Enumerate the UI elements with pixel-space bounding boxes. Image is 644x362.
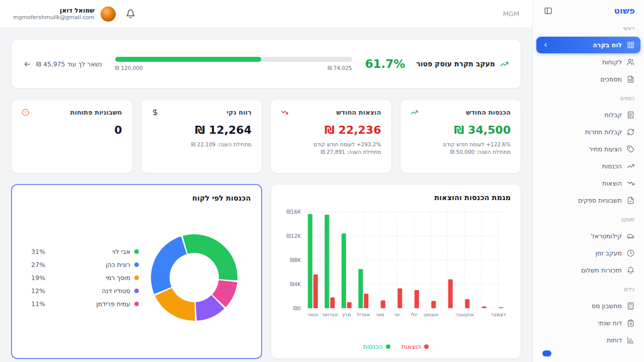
bar-chart-svg: ₪0₪4K₪8K₪12K₪16Kינוארפברוארמרץאפרילמאייו… bbox=[281, 207, 511, 320]
sidebar-item-label: דוח שנתי bbox=[598, 319, 622, 327]
legend-percent: 27% bbox=[31, 261, 45, 268]
clients-icon bbox=[627, 58, 634, 66]
ceiling-percent: 61.7% bbox=[365, 57, 406, 70]
svg-text:פברואר: פברואר bbox=[321, 312, 338, 317]
stat-ytd: מתחילת השנה: 50,000 ₪ bbox=[411, 148, 511, 156]
chart-title: מגמת הכנסות והוצאות bbox=[281, 194, 511, 202]
trending-up-icon bbox=[411, 109, 418, 116]
ceiling-title-group: מעקב תקרת עוסק פטור 61.7% bbox=[365, 57, 509, 70]
sidebar-item-dashboard[interactable]: לוח בקרה bbox=[536, 37, 640, 53]
legend-series-name: הכנסות bbox=[363, 343, 383, 350]
remaining-link[interactable]: נשאר לך עוד 45,975 ₪ bbox=[24, 60, 102, 68]
progress-fill bbox=[115, 57, 262, 62]
ceiling-progress: 74,025 ₪ 120,000 ₪ bbox=[115, 57, 352, 71]
sidebar-item-label: קבלות bbox=[604, 111, 622, 119]
user-email: mgmofershmulik@gmail.com bbox=[13, 14, 95, 21]
sidebar-item-label: לוח בקרה bbox=[593, 41, 622, 49]
progress-bar bbox=[115, 57, 352, 62]
sidebar-nav: ראשילוח בקרהלקוחותמסמכיםכספיםקבלותקבלות … bbox=[533, 18, 644, 344]
time-icon bbox=[627, 249, 634, 257]
legend-percent: 19% bbox=[31, 274, 45, 282]
dollar-icon bbox=[151, 109, 159, 116]
reminders-icon bbox=[627, 266, 634, 274]
legend-client-name: מוסך רמי bbox=[106, 274, 130, 282]
stat-card-open-invoices: חשבוניות פתוחות 0 bbox=[11, 99, 133, 173]
user-name: שמואל דואן bbox=[13, 7, 95, 14]
sidebar-toggle-icon[interactable] bbox=[544, 7, 552, 15]
sidebar-item-documents[interactable]: מסמכים bbox=[536, 71, 640, 87]
sidebar-header: פשוט bbox=[533, 0, 644, 18]
user-profile[interactable]: שמואל דואן mgmofershmulik@gmail.com bbox=[13, 7, 116, 22]
stat-title: רווח נקי bbox=[227, 109, 252, 116]
receipt-icon bbox=[627, 111, 634, 119]
svg-text:₪0: ₪0 bbox=[293, 305, 301, 311]
bar-chart-legend: הכנסותהוצאות bbox=[281, 339, 511, 353]
sidebar-item-annual-report[interactable]: דוח שנתי bbox=[536, 315, 640, 331]
stat-title: הוצאות החודש bbox=[336, 109, 381, 116]
app-logo[interactable]: פשוט bbox=[614, 6, 635, 16]
ceiling-tracker-card: מעקב תקרת עוסק פטור 61.7% 74,025 ₪ 120,0… bbox=[11, 39, 521, 88]
sidebar-item-quote[interactable]: הצעות מחיר bbox=[536, 141, 640, 157]
legend-color-dot bbox=[386, 344, 390, 349]
trending-down-icon bbox=[281, 109, 288, 116]
reports-icon bbox=[627, 336, 634, 344]
sidebar-item-income[interactable]: הכנסות bbox=[536, 158, 640, 174]
sidebar-item-expenses[interactable]: הוצאות bbox=[536, 175, 640, 192]
svg-text:מרץ: מרץ bbox=[342, 312, 351, 317]
chart-title: הכנסות לפי לקוח bbox=[22, 194, 251, 202]
income-by-client-card: הכנסות לפי לקוח אבי לוי31%רונית כהן27%מו… bbox=[11, 184, 262, 359]
stat-value: 34,500 ₪ bbox=[411, 124, 511, 136]
nav-section-label: מעקב bbox=[533, 209, 644, 227]
sidebar-item-reports[interactable]: דוחות bbox=[536, 332, 640, 344]
nav-section-label: כלים bbox=[533, 279, 644, 297]
legend-color-dot bbox=[134, 249, 139, 254]
legend-client-name: אבי לוי bbox=[112, 248, 130, 255]
workspace-label: MGM bbox=[503, 10, 519, 18]
sidebar-item-calculator[interactable]: מחשבון מס bbox=[536, 298, 640, 314]
stats-grid: הכנסות החודש 34,500 ₪ ‎+122.6% לעומת חוד… bbox=[11, 99, 521, 173]
svg-text:דצמבר: דצמבר bbox=[491, 312, 506, 317]
alert-circle-icon bbox=[22, 109, 29, 116]
sidebar-partial-item[interactable] bbox=[536, 345, 640, 361]
sidebar-item-label: תזכורות תשלום bbox=[581, 266, 622, 274]
calculator-icon bbox=[627, 302, 634, 310]
svg-text:₪12K: ₪12K bbox=[287, 233, 302, 239]
legend-item: אבי לוי31% bbox=[31, 245, 139, 258]
donut-legend: אבי לוי31%רונית כהן27%מוסך רמי19%סטודיו … bbox=[31, 245, 139, 310]
legend-color-dot bbox=[134, 302, 139, 306]
progress-current: 74,025 ₪ bbox=[328, 65, 352, 71]
mileage-icon bbox=[627, 232, 634, 240]
stat-card-monthly-expenses: הוצאות החודש 22,236 ₪ ‎+293.2% לעומת חוד… bbox=[270, 99, 392, 173]
sidebar-item-label: דוחות bbox=[607, 336, 622, 344]
expenses-icon bbox=[627, 179, 634, 187]
sidebar-item-time[interactable]: מעקב זמן bbox=[536, 245, 640, 261]
legend-color-dot bbox=[134, 262, 139, 267]
stat-ytd: מתחילת השנה: 22,109 ₪ bbox=[151, 141, 252, 148]
avatar[interactable] bbox=[101, 7, 116, 22]
recurring-icon bbox=[627, 128, 634, 136]
svg-text:₪4K: ₪4K bbox=[290, 281, 301, 287]
trending-up-icon bbox=[500, 60, 509, 68]
notifications-button[interactable] bbox=[126, 9, 135, 19]
supplier-invoices-icon bbox=[627, 197, 634, 204]
svg-text:₪16K: ₪16K bbox=[287, 209, 302, 215]
svg-text:אוגוסט: אוגוסט bbox=[424, 312, 438, 317]
bell-icon bbox=[126, 9, 135, 19]
stat-value: 0 bbox=[22, 124, 122, 136]
sidebar-item-mileage[interactable]: קילומטראז' bbox=[536, 228, 640, 244]
sidebar-item-label: הצעות מחיר bbox=[589, 145, 622, 153]
documents-icon bbox=[627, 75, 634, 83]
main-area: MGM שמואל דואן mgmofershmulik@gmail.com … bbox=[0, 0, 532, 362]
svg-text:אפריל: אפריל bbox=[357, 312, 370, 317]
sidebar-item-receipt[interactable]: קבלות bbox=[536, 107, 640, 123]
stat-ytd: מתחילת השנה: 27,891 ₪ bbox=[281, 148, 381, 156]
legend-color-dot bbox=[134, 289, 139, 293]
sidebar-item-label: קילומטראז' bbox=[591, 232, 622, 240]
sidebar-item-reminders[interactable]: תזכורות תשלום bbox=[536, 262, 640, 279]
stat-title: חשבוניות פתוחות bbox=[70, 109, 122, 116]
sidebar-item-clients[interactable]: לקוחות bbox=[536, 54, 640, 70]
sidebar-item-supplier-invoices[interactable]: חשבוניות ספקים bbox=[536, 192, 640, 209]
sidebar-item-recurring[interactable]: קבלות חוזרות bbox=[536, 124, 640, 140]
svg-text:מאי: מאי bbox=[376, 312, 384, 317]
legend-item: הוצאות bbox=[401, 343, 429, 350]
